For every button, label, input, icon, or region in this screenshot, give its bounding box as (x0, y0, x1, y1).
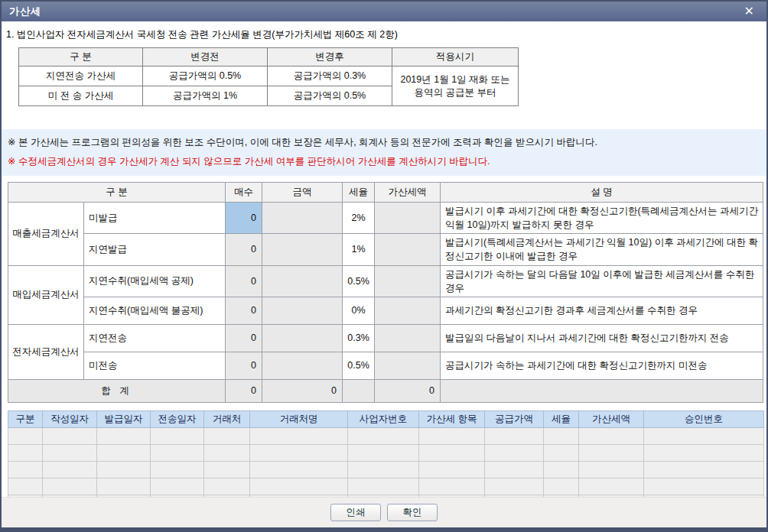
count-cell[interactable]: 0 (226, 352, 262, 379)
detail-header-cell: 발급일자 (97, 410, 151, 427)
penalty-summary-table: 구 분 매수 금액 세율 가산세액 설 명 매출세금계산서 미발급 0 2% 발… (8, 182, 763, 403)
total-amount: 0 (262, 379, 343, 402)
amount-cell (262, 297, 343, 324)
rate-cell: 0% (343, 297, 375, 324)
count-cell[interactable]: 0 (226, 324, 262, 352)
detail-empty-cell[interactable] (43, 461, 97, 478)
count-cell[interactable]: 0 (226, 234, 262, 265)
detail-empty-cell[interactable] (579, 478, 644, 495)
detail-empty-cell[interactable] (485, 461, 544, 478)
total-rate (343, 379, 375, 402)
detail-empty-cell[interactable] (97, 427, 151, 444)
ok-button[interactable]: 확인 (387, 504, 438, 521)
header-period: 적용시기 (392, 48, 519, 66)
detail-header-cell: 거래처 (204, 410, 250, 427)
detail-empty-cell[interactable] (43, 444, 97, 461)
penalty-row-late-issue: 지연발급 0 1% 발급시기(특례세금계산서는 과세기간 익월 10일) 이후 … (8, 234, 763, 265)
close-icon[interactable]: ✕ (740, 5, 759, 18)
detail-empty-cell[interactable] (204, 427, 250, 444)
detail-empty-cell[interactable] (250, 478, 348, 495)
detail-header-cell: 거래처명 (250, 410, 348, 427)
detail-empty-cell[interactable] (579, 444, 644, 461)
detail-empty-cell[interactable] (644, 478, 764, 495)
count-cell[interactable]: 0 (226, 297, 262, 324)
detail-empty-cell[interactable] (419, 461, 485, 478)
dialog-title: 가산세 (9, 5, 41, 18)
total-count: 0 (226, 379, 262, 402)
item-label: 지연수취(매입세액 공제) (84, 265, 226, 297)
detail-empty-cell[interactable] (419, 478, 485, 495)
cell-period: 2019년 1월 1일 재화 또는 용역의 공급분 부터 (392, 66, 519, 106)
detail-empty-cell[interactable] (151, 444, 204, 461)
detail-empty-cell[interactable] (485, 427, 544, 444)
penalty-total-row: 합 계 0 0 0 (8, 379, 763, 402)
detail-empty-cell[interactable] (348, 444, 419, 461)
detail-empty-cell[interactable] (250, 461, 348, 478)
count-cell-selected[interactable]: 0 (226, 203, 262, 234)
period-line2: 용역의 공급분 부터 (397, 86, 513, 99)
detail-empty-row[interactable] (8, 444, 764, 461)
detail-empty-cell[interactable] (644, 444, 764, 461)
detail-empty-cell[interactable] (43, 427, 97, 444)
amount-cell (262, 352, 343, 379)
desc-cell: 과세기간의 확정신고기한 경과후 세금계산서를 수취한 경우 (441, 297, 763, 324)
detail-empty-cell[interactable] (485, 444, 544, 461)
group-label-etax: 전자세금계산서 (8, 324, 84, 379)
detail-header-cell: 전송일자 (151, 410, 204, 427)
detail-empty-cell[interactable] (579, 427, 644, 444)
detail-empty-cell[interactable] (204, 444, 250, 461)
detail-empty-cell[interactable] (97, 478, 151, 495)
header-penalty: 가산세액 (375, 183, 441, 203)
penalty-row-late-transmit: 전자세금계산서 지연전송 0 0.3% 발급일의 다음날이 지나서 과세기간에 … (8, 324, 763, 352)
detail-empty-cell[interactable] (485, 478, 544, 495)
detail-empty-cell[interactable] (579, 461, 644, 478)
penalty-cell (375, 324, 441, 352)
detail-empty-row[interactable] (8, 461, 764, 478)
detail-empty-cell[interactable] (419, 427, 485, 444)
detail-empty-cell[interactable] (43, 478, 97, 495)
desc-cell: 발급시기(특례세금계산서는 과세기간 익월 10일) 이후 과세기간에 대한 확… (441, 234, 763, 265)
header-gubun: 구 분 (8, 183, 226, 203)
detail-empty-cell[interactable] (644, 461, 764, 478)
detail-empty-cell[interactable] (8, 427, 43, 444)
detail-empty-cell[interactable] (8, 461, 43, 478)
detail-empty-cell[interactable] (204, 478, 250, 495)
detail-empty-cell[interactable] (250, 444, 348, 461)
header-before: 변경전 (143, 48, 268, 66)
detail-empty-cell[interactable] (348, 478, 419, 495)
item-label: 미전송 (84, 352, 226, 379)
detail-empty-row[interactable] (8, 478, 764, 495)
dialog-titlebar: 가산세 ✕ (2, 2, 766, 21)
penalty-header-row: 구 분 매수 금액 세율 가산세액 설 명 (8, 183, 763, 203)
table-row: 지연전송 가산세 공급가액의 0.5% 공급가액의 0.3% 2019년 1월 … (19, 66, 519, 86)
detail-empty-cell[interactable] (97, 461, 151, 478)
amount-cell (262, 324, 343, 352)
count-cell[interactable]: 0 (226, 265, 262, 297)
detail-empty-cell[interactable] (544, 461, 579, 478)
detail-empty-cell[interactable] (544, 478, 579, 495)
detail-empty-row[interactable] (8, 427, 764, 444)
detail-header-cell: 가산세액 (579, 410, 644, 427)
detail-empty-cell[interactable] (97, 444, 151, 461)
desc-cell: 공급시기가 속하는 달의 다음달 10일 이후에 발급한 세금계산서를 수취한 … (441, 265, 763, 297)
penalty-cell (375, 265, 441, 297)
detail-empty-cell[interactable] (348, 427, 419, 444)
detail-header-cell: 승인번호 (644, 410, 764, 427)
detail-empty-cell[interactable] (644, 427, 764, 444)
detail-empty-cell[interactable] (204, 461, 250, 478)
group-label-purchase: 매입세금계산서 (8, 265, 84, 324)
detail-empty-cell[interactable] (151, 461, 204, 478)
detail-empty-cell[interactable] (419, 444, 485, 461)
detail-header-row: 구분작성일자발급일자전송일자거래처거래처명사업자번호가산세 항목공급가액세율가산… (8, 410, 764, 427)
detail-empty-cell[interactable] (544, 427, 579, 444)
print-button[interactable]: 인쇄 (330, 504, 381, 521)
detail-empty-cell[interactable] (348, 461, 419, 478)
penalty-row-late-receipt-nodeduct: 지연수취(매입세액 불공제) 0 0% 과세기간의 확정신고기한 경과후 세금계… (8, 297, 763, 324)
detail-empty-cell[interactable] (151, 478, 204, 495)
header-count: 매수 (226, 183, 262, 203)
detail-empty-cell[interactable] (250, 427, 348, 444)
detail-empty-cell[interactable] (544, 444, 579, 461)
detail-empty-cell[interactable] (8, 444, 43, 461)
detail-empty-cell[interactable] (151, 427, 204, 444)
detail-empty-cell[interactable] (8, 478, 43, 495)
